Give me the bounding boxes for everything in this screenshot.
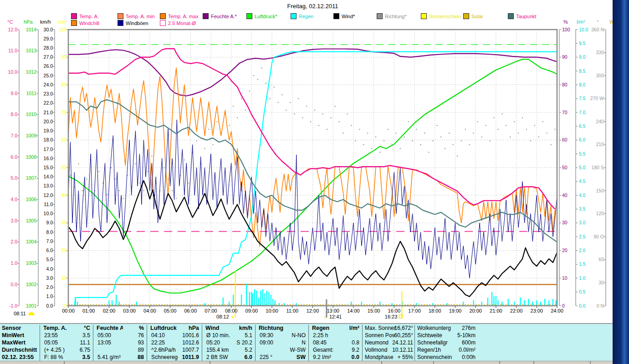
cell-value: 88 [118, 354, 144, 361]
wind-direction-dot [522, 117, 523, 118]
wind-direction-dot [298, 98, 299, 99]
rain-bar [233, 295, 234, 306]
rain-bar [481, 302, 482, 306]
axis-label: % [563, 19, 568, 25]
rain-bar [491, 292, 492, 306]
axis-label: 8.0 [46, 229, 53, 235]
wind-direction-dot [339, 121, 340, 122]
rain-bar [520, 298, 521, 306]
wind-direction-dot [286, 110, 286, 111]
cell-value: W-SW [280, 346, 306, 354]
cell-value: 1012.6 [174, 339, 199, 347]
statusbar-divider [533, 361, 534, 364]
wind-direction-dot [270, 98, 271, 99]
wind-direction-dot [208, 129, 209, 130]
wind-direction-dot [485, 125, 486, 126]
axis-label: 2.0 [46, 284, 53, 290]
wind-direction-dot [257, 79, 258, 80]
column-header: Temp. A. [43, 324, 69, 332]
cell-value: 5.2 [227, 346, 252, 354]
rain-bar [514, 302, 515, 306]
wind-direction-dot [534, 125, 535, 126]
axis-label: 6.5 [579, 123, 586, 129]
axis-label: 10.0 [8, 69, 18, 75]
info-value: 276m [448, 324, 476, 332]
statusbar-divider [433, 361, 434, 364]
wind-direction-dot [436, 125, 437, 126]
axis-label: 1012 [26, 69, 37, 75]
wind-direction-dot [164, 167, 164, 168]
axis-label: 70 [562, 110, 568, 115]
wind-direction-dot [188, 182, 189, 183]
axis-label: 30 [598, 280, 604, 285]
table-divider [93, 325, 93, 361]
wind-direction-dot [428, 152, 429, 153]
rain-bar [544, 299, 545, 306]
axis-label: min [58, 19, 66, 25]
series-regen-summe- [68, 52, 557, 306]
rain-bar [262, 289, 263, 306]
statusbar-divider [590, 361, 591, 364]
wind-direction-dot [241, 98, 242, 99]
wind-direction-dot [477, 121, 478, 122]
axis-label: 24:00 [551, 308, 563, 313]
axis-label: 1013 [26, 48, 37, 53]
axis-label: 16:23 [385, 314, 398, 319]
axis-label: 60 [562, 137, 568, 142]
cell-value: N [280, 339, 306, 347]
wind-direction-dot [493, 117, 494, 118]
axis-label: 09:00 [245, 308, 258, 313]
axis-label: 80 [61, 82, 66, 87]
rain-bar [552, 299, 553, 306]
column-unit: hPa [180, 324, 199, 332]
info-value: 0:00h [448, 354, 476, 361]
axis-label: 21:00 [490, 308, 502, 313]
axis-label: ☀ [231, 314, 235, 320]
wind-direction-dot [184, 160, 185, 161]
rain-bar [254, 289, 255, 306]
wind-direction-dot [497, 129, 498, 130]
rain-bar [229, 302, 230, 306]
axis-label: 270 W [590, 96, 604, 101]
rain-bar [496, 296, 496, 306]
rain-bar [493, 296, 494, 306]
axis-label: 01:00 [82, 308, 95, 313]
rain-bar [501, 302, 502, 306]
rain-bar [268, 292, 269, 306]
axis-label: 100 [58, 27, 66, 32]
axis-label: 04:00 [143, 308, 156, 313]
cell-value: 0.8 [334, 339, 359, 347]
wind-direction-dot [314, 110, 315, 111]
info-value: -60,255° [390, 332, 413, 339]
axis-label: 90 [61, 54, 66, 60]
wind-direction-dot [388, 129, 389, 130]
axis-label: 29.0 [44, 36, 53, 41]
axis-label: 19:00 [449, 308, 462, 313]
cell-value: 5.1 [227, 332, 252, 339]
axis-label: 7.5 [579, 96, 586, 101]
sunrise-time-text: 08:11 [14, 311, 26, 316]
wind-direction-dot [371, 148, 372, 149]
axis-label: 9.0 [46, 220, 53, 225]
axis-label: -1.0 [9, 303, 17, 308]
rain-bar [508, 299, 509, 306]
rain-bar [116, 295, 117, 306]
status-bar [0, 361, 629, 364]
rain-bar [260, 291, 261, 306]
cell-value: 6.75 [65, 346, 90, 354]
axis-label: 17:00 [408, 308, 421, 313]
cell-value: 0.0 [334, 354, 359, 361]
rain-bar [251, 292, 252, 306]
cell-value: SW [280, 354, 306, 361]
wind-direction-dot [135, 163, 136, 164]
axis-label: 12:41 [329, 314, 342, 319]
wind-direction-dot [530, 140, 531, 141]
axis-label: 08:12 [216, 314, 229, 319]
axis-label: 10.0 [44, 211, 53, 216]
axis-label: 3.0 [10, 218, 17, 223]
axis-label: 30.0 [44, 27, 53, 32]
axis-label: 150 [596, 188, 604, 193]
rain-bar [271, 295, 271, 306]
wind-direction-dot [245, 110, 246, 111]
wind-direction-dot [70, 175, 71, 176]
